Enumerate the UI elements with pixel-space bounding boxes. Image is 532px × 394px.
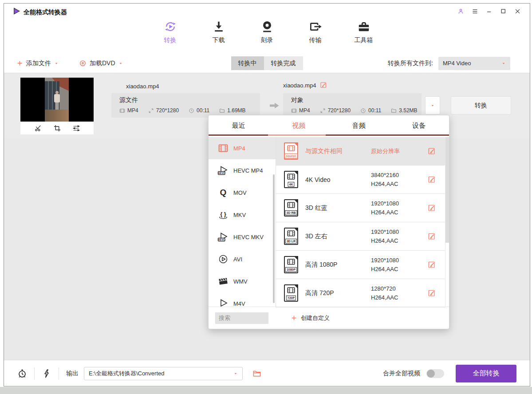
tab-converting[interactable]: 转换中 bbox=[231, 56, 264, 70]
svg-text:Q: Q bbox=[220, 188, 227, 197]
source-size: 1.69MB bbox=[219, 107, 245, 114]
play-outline-icon bbox=[217, 298, 229, 307]
nav-tab-convert[interactable]: 转换 bbox=[158, 20, 183, 44]
format-item-mp4[interactable]: MP4 bbox=[209, 137, 276, 159]
tab-finished[interactable]: 转换完成 bbox=[264, 56, 303, 70]
edit-preset-icon[interactable] bbox=[428, 261, 436, 269]
tab-recent[interactable]: 最近 bbox=[209, 115, 269, 136]
disc-icon bbox=[79, 59, 87, 67]
nav-tab-toolbox[interactable]: 工具箱 bbox=[351, 20, 376, 44]
target-filename: xiaodao.mp4 bbox=[283, 82, 316, 89]
format-item-mkv[interactable]: { } MKV bbox=[209, 204, 276, 226]
source-format: MP4 bbox=[119, 107, 138, 114]
convert-icon bbox=[164, 20, 177, 33]
edit-preset-icon[interactable] bbox=[428, 147, 436, 155]
format-item-m4v[interactable]: M4V bbox=[209, 292, 276, 307]
720p-file-icon: 720P bbox=[284, 284, 298, 302]
quicktime-icon: Q bbox=[217, 187, 229, 198]
rename-edit-icon[interactable] bbox=[320, 82, 327, 89]
format-item-hevc-mp4[interactable]: HEVC HEVC MP4 bbox=[209, 159, 276, 181]
create-custom-button[interactable]: 创建自定义 bbox=[291, 314, 330, 322]
crop-icon[interactable] bbox=[53, 124, 61, 132]
format-item-hevc-mkv[interactable]: HEVC HEVC MKV bbox=[209, 226, 276, 248]
nav-label-download: 下载 bbox=[213, 36, 225, 44]
target-format-dropdown-button[interactable] bbox=[425, 96, 440, 114]
load-dvd-button[interactable]: 加载DVD bbox=[79, 59, 123, 67]
preset-row-3d-leftright[interactable]: 3D LR 3D 左右 1920*1080H264,AAC bbox=[276, 222, 449, 251]
preset-row-4k[interactable]: 4K 4K Video 3840*2160H264,AAC bbox=[276, 165, 449, 194]
preset-row-3d-redblue[interactable]: 3D RB 3D 红蓝 1920*1080H264,AAC bbox=[276, 194, 449, 222]
preset-row-same-as-source[interactable]: source 与源文件相同 原始分辨率 bbox=[276, 137, 449, 165]
tab-device[interactable]: 设备 bbox=[389, 115, 449, 136]
transfer-icon bbox=[309, 20, 322, 33]
4k-file-icon: 4K bbox=[284, 171, 298, 188]
film-icon bbox=[217, 142, 229, 154]
search-input[interactable] bbox=[215, 312, 268, 324]
effects-sliders-icon[interactable] bbox=[72, 124, 80, 132]
target-duration: 00:11 bbox=[360, 107, 381, 114]
chevron-down-icon bbox=[430, 104, 435, 107]
nav-tab-transfer[interactable]: 传输 bbox=[303, 20, 328, 44]
app-window: 全能格式转换器 bbox=[4, 3, 530, 386]
toolbar: 添加文件 加载DVD 转换中 转换完成 转换所有文件到: MP bbox=[4, 53, 530, 73]
format-picker-popup: 最近 视频 音频 设备 MP4 HEVC HEVC MP4 bbox=[208, 115, 449, 329]
1080p-file-icon: 1080P bbox=[284, 256, 298, 273]
edit-preset-icon[interactable] bbox=[428, 204, 436, 212]
format-picker-tabs: 最近 视频 音频 设备 bbox=[209, 115, 449, 136]
nav-label-convert: 转换 bbox=[164, 36, 177, 44]
target-format-value: MP4 Video bbox=[443, 60, 471, 67]
nav-label-transfer: 传输 bbox=[309, 36, 322, 44]
trim-scissors-icon[interactable] bbox=[34, 124, 42, 132]
target-resolution: 720*1280 bbox=[320, 107, 351, 114]
burn-disc-icon bbox=[260, 20, 274, 33]
add-files-button[interactable]: 添加文件 bbox=[16, 59, 59, 67]
svg-text:HEVC: HEVC bbox=[218, 238, 225, 241]
chevron-down-icon bbox=[233, 372, 238, 375]
high-speed-icon[interactable] bbox=[42, 369, 51, 378]
hevc-play-icon: HEVC bbox=[217, 165, 229, 176]
target-format-select[interactable]: MP4 Video bbox=[438, 57, 510, 70]
tab-video[interactable]: 视频 bbox=[269, 115, 329, 136]
nav-label-toolbox: 工具箱 bbox=[355, 36, 373, 44]
output-path-select[interactable]: E:\全能格式转换器\Converted bbox=[84, 367, 243, 380]
source-duration: 00:11 bbox=[189, 107, 209, 114]
plus-icon bbox=[16, 60, 23, 67]
edit-preset-icon[interactable] bbox=[428, 232, 436, 240]
preset-list-scrollbar[interactable] bbox=[445, 137, 449, 307]
thumbnail-image bbox=[20, 78, 94, 122]
nav-tab-download[interactable]: 下载 bbox=[206, 20, 231, 44]
nav-label-burn: 刻录 bbox=[261, 36, 273, 44]
3d-lr-file-icon: 3D LR bbox=[284, 228, 298, 245]
schedule-alarm-icon[interactable] bbox=[17, 369, 27, 378]
format-item-wmv[interactable]: WMV bbox=[209, 270, 276, 292]
open-folder-icon[interactable] bbox=[252, 369, 261, 378]
bottombar: 输出 E:\全能格式转换器\Converted 合并全部视频 全部转换 bbox=[4, 360, 530, 386]
toolbox-icon bbox=[357, 20, 370, 33]
preset-row-hd-1080p[interactable]: 1080P 高清 1080P 1920*1080H264,AAC bbox=[276, 251, 449, 279]
nav-tab-burn[interactable]: 刻录 bbox=[255, 20, 280, 44]
source-info-box: 源文件 MP4 720*1280 00:11 1.69MB bbox=[111, 93, 260, 118]
source-filename: xiaodao.mp4 bbox=[126, 83, 159, 90]
format-list-scrollbar[interactable] bbox=[273, 174, 275, 303]
separator bbox=[59, 367, 59, 380]
3d-rb-file-icon: 3D RB bbox=[284, 199, 298, 217]
target-info-title: 对象 bbox=[291, 96, 414, 104]
target-format: MP4 bbox=[291, 107, 310, 114]
video-thumbnail bbox=[20, 78, 94, 134]
main-nav: 转换 下载 刻录 传输 bbox=[4, 14, 530, 56]
matroska-icon: { } bbox=[217, 209, 229, 221]
convert-all-button[interactable]: 全部转换 bbox=[456, 365, 516, 382]
desktop-strip bbox=[0, 387, 532, 394]
separator bbox=[34, 367, 35, 380]
row-convert-button[interactable]: 转换 bbox=[451, 96, 511, 114]
format-item-avi[interactable]: AVI bbox=[209, 248, 276, 270]
convert-all-to-label: 转换所有文件到: bbox=[388, 59, 433, 67]
clapperboard-icon bbox=[217, 276, 229, 287]
edit-preset-icon[interactable] bbox=[428, 289, 436, 297]
merge-videos-toggle[interactable] bbox=[426, 369, 444, 378]
edit-preset-icon[interactable] bbox=[428, 176, 436, 184]
preset-row-hd-720p[interactable]: 720P 高清 720P 1280*720H264,AAC bbox=[276, 279, 449, 307]
tab-audio[interactable]: 音频 bbox=[329, 115, 389, 136]
chevron-down-icon bbox=[54, 62, 59, 65]
format-item-mov[interactable]: Q MOV bbox=[209, 181, 276, 204]
